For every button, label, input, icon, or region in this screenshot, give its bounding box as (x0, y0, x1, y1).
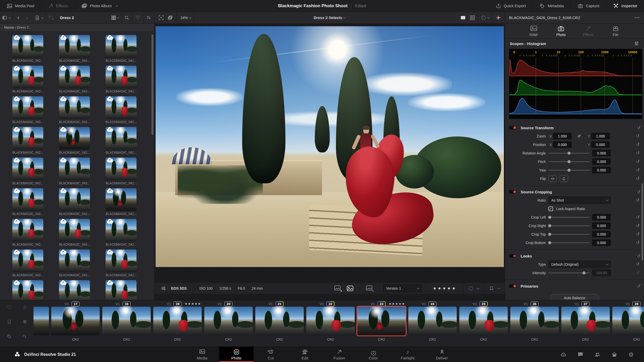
multi-view-button[interactable] (469, 14, 476, 22)
reset-icon[interactable]: ↺ (635, 159, 640, 164)
adjustments-icon[interactable] (161, 286, 166, 291)
tag-filter-icon[interactable] (4, 334, 15, 347)
media-grid-cell[interactable]: ✓ BLACKMAGIC_042... (59, 280, 90, 300)
source-transform-toggle[interactable] (509, 126, 516, 130)
sort-filter-icon[interactable] (19, 334, 30, 347)
media-grid-cell[interactable]: ✓ BLACKMAGIC_042... (12, 96, 43, 124)
slider-track[interactable] (548, 243, 590, 243)
frame-number-badge[interactable]: 23 (377, 301, 386, 307)
reset-icon[interactable]: ↺ (635, 133, 640, 139)
filmstrip-item[interactable]: V1 28 CR2 (612, 300, 644, 341)
reset-icon[interactable]: ↺ (635, 270, 640, 275)
media-grid-cell[interactable]: ✓ BLACKMAGIC_042... (106, 188, 137, 216)
filmstrip-item[interactable]: V1 17 CR2 (51, 300, 100, 341)
media-grid-cell[interactable]: ✓ BLACKMAGIC_042... (59, 188, 90, 216)
pick-favorite-button[interactable]: ♥ (334, 286, 341, 291)
filmstrip-item[interactable]: V1 24 CR2 (408, 300, 457, 341)
filmstrip-thumbnail[interactable] (510, 307, 559, 335)
media-thumbnail[interactable]: ✓ (59, 249, 90, 272)
filmstrip-item[interactable]: V1 25 CR2 (459, 300, 508, 341)
filmstrip-thumbnail[interactable] (102, 307, 151, 335)
slider-handle[interactable] (582, 271, 586, 274)
filmstrip-thumbnail[interactable] (459, 307, 508, 335)
single-view-button[interactable] (460, 14, 466, 22)
slider-value-field[interactable] (592, 222, 611, 229)
tab-photo[interactable]: Photo (550, 24, 572, 38)
keyframe-reset-icon[interactable]: ↺+ (637, 189, 640, 194)
media-grid-cell[interactable]: ✓ BLACKMAGIC_042... (106, 280, 137, 300)
photo-album-button[interactable]: Photo Album (75, 0, 124, 12)
media-thumbnail[interactable]: ✓ (106, 249, 137, 272)
heart-filter-icon[interactable]: ♡ (4, 305, 15, 319)
tab-raw[interactable]: RAW (522, 24, 545, 38)
media-thumbnail[interactable]: ✓ (12, 127, 43, 150)
media-grid-cell[interactable]: ✓ BLACKMAGIC_042... (106, 66, 137, 93)
look-type-dropdown[interactable]: Default (Original) (548, 261, 611, 268)
page-fusion[interactable]: Fusion (322, 347, 356, 362)
collection-dropdown[interactable]: Dress 2 Selects (314, 15, 346, 20)
media-grid-scrollbar[interactable] (151, 35, 154, 135)
frame-number-badge[interactable]: 22 (326, 301, 335, 307)
ai-enhance-button[interactable] (495, 14, 502, 22)
media-grid-cell[interactable]: ✓ BLACKMAGIC_042... (59, 127, 90, 154)
slider-value-field[interactable] (592, 158, 611, 165)
compare-button[interactable] (167, 14, 174, 22)
media-grid-cell[interactable]: ✓ BLACKMAGIC_042... (106, 35, 137, 63)
slider-value-field[interactable] (592, 150, 611, 156)
media-thumbnail[interactable]: ✓ (106, 280, 137, 300)
media-grid-cell[interactable]: ✓ BLACKMAGIC_042... (106, 158, 137, 185)
filmstrip-item[interactable]: V1 23 ★★★★★ CR2 (357, 300, 406, 341)
filmstrip-thumbnail[interactable] (357, 307, 406, 335)
metadata-button[interactable]: Metadata (533, 0, 571, 12)
link-icon[interactable] (577, 134, 581, 138)
media-thumbnail[interactable]: ✓ (59, 158, 90, 180)
media-grid-cell[interactable]: ✓ BLACKMAGIC_042... (12, 249, 43, 277)
media-thumbnail[interactable]: ✓ (59, 280, 90, 300)
reset-icon[interactable]: ↺ (635, 262, 640, 267)
reset-icon[interactable]: ↺ (635, 167, 640, 173)
ratio-dropdown[interactable]: As Shot (548, 196, 611, 204)
cloud-sync-icon[interactable] (560, 352, 566, 357)
media-thumbnail[interactable]: ✓ (12, 280, 43, 300)
media-grid-cell[interactable]: ✓ BLACKMAGIC_042... (12, 280, 43, 300)
filmstrip-partial-thumb[interactable] (33, 307, 49, 335)
flag-bookmark-icon[interactable] (489, 286, 494, 291)
media-grid-cell[interactable]: ✓ BLACKMAGIC_042... (59, 158, 90, 185)
filmstrip-thumbnail[interactable] (306, 307, 355, 335)
slider-track[interactable] (548, 170, 590, 170)
import-button[interactable] (35, 14, 43, 22)
more-options-button[interactable]: ••• (635, 16, 640, 20)
filmstrip-thumbnail[interactable] (255, 307, 304, 335)
quick-export-button[interactable]: Quick Export (489, 0, 533, 12)
frame-number-badge[interactable]: 17 (71, 301, 80, 307)
media-grid-cell[interactable]: ✓ BLACKMAGIC_042... (59, 249, 90, 277)
star-filter-icon[interactable]: ☆ (19, 305, 30, 319)
lock-aspect-checkbox[interactable]: ✓ (548, 206, 553, 211)
media-thumbnail[interactable]: ✓ (106, 35, 137, 58)
media-thumbnail[interactable]: ✓ (59, 188, 90, 211)
source-cropping-toggle[interactable] (509, 190, 516, 194)
media-thumbnail[interactable]: ✓ (106, 96, 137, 119)
slider-value-field[interactable] (592, 167, 611, 173)
bookmark-filter-icon[interactable] (4, 319, 15, 334)
frame-number-badge[interactable]: 19 (173, 301, 182, 307)
slider-handle[interactable] (548, 233, 551, 236)
fit-button[interactable] (158, 14, 164, 22)
keyframe-reset-icon[interactable]: ↺+ (637, 125, 640, 130)
slider-track[interactable] (548, 161, 590, 162)
media-thumbnail[interactable]: ✓ (12, 96, 43, 119)
slider-handle[interactable] (567, 169, 571, 172)
filmstrip-thumbnail[interactable] (204, 307, 253, 335)
forward-button[interactable]: › (24, 14, 30, 22)
capture-button[interactable]: Capture (571, 0, 606, 12)
page-edit[interactable]: Edit (288, 347, 322, 362)
media-thumbnail[interactable]: ✓ (106, 188, 137, 211)
media-grid-cell[interactable]: ✓ BLACKMAGIC_042... (59, 35, 90, 63)
media-thumbnail[interactable]: ✓ (12, 158, 43, 180)
slider-track[interactable] (548, 217, 590, 218)
media-grid-cell[interactable]: ✓ BLACKMAGIC_042... (12, 127, 43, 154)
auto-balance-button[interactable]: Auto Balance (550, 294, 599, 300)
unlink-button[interactable] (48, 14, 54, 22)
slider-handle[interactable] (567, 160, 571, 163)
media-grid-cell[interactable]: ✓ BLACKMAGIC_042... (12, 158, 43, 185)
